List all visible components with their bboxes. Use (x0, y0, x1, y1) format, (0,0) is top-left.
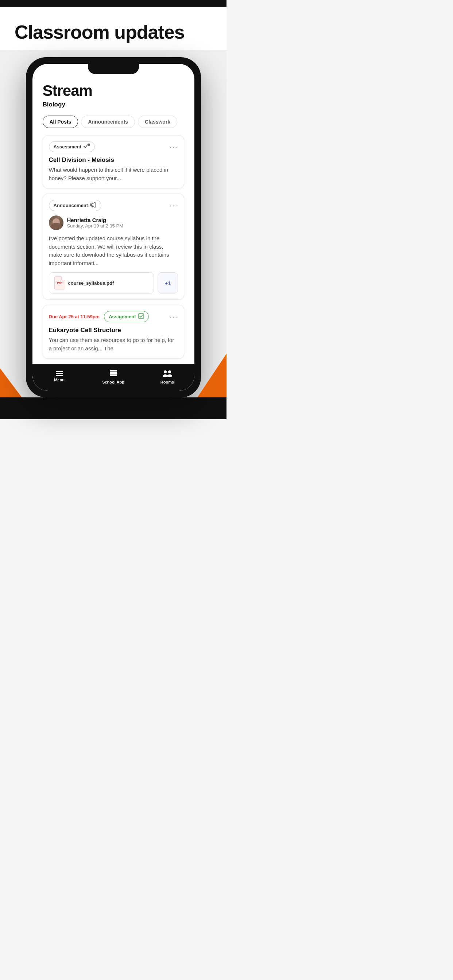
bottom-background (0, 398, 226, 419)
assignment-check-icon (138, 313, 144, 320)
author-row: Henrietta Craig Sunday, Apr 19 at 2:35 P… (49, 215, 178, 230)
phone-frame: Stream Biology All Posts Announcements C… (26, 57, 201, 398)
nav-menu-label: Menu (54, 378, 65, 382)
assessment-icon (83, 144, 90, 150)
assessment-badge: Assessment (49, 142, 95, 152)
announcement-icon (90, 202, 97, 209)
nav-menu[interactable]: Menu (32, 364, 86, 391)
stream-title: Stream (43, 82, 184, 100)
assessment-card: Assessment ··· C (43, 135, 184, 188)
tab-bar: All Posts Announcements Classwork (43, 116, 184, 128)
announcement-card: Announcement ··· (43, 194, 184, 300)
bottom-navigation: Menu School App (32, 364, 195, 391)
assignment-body: You can use them as resources to go to f… (49, 336, 178, 353)
pdf-filename: course_syllabus.pdf (68, 280, 114, 286)
phone-notch (88, 64, 139, 74)
assignment-header-left: Due Apr 25 at 11:59pm Assignment (49, 311, 149, 322)
assignment-title: Eukaryote Cell Structure (49, 327, 178, 334)
phone-mockup-wrapper: Stream Biology All Posts Announcements C… (0, 50, 226, 398)
assessment-card-header: Assessment ··· (49, 142, 178, 152)
due-date-badge: Due Apr 25 at 11:59pm (49, 314, 100, 320)
assignment-badge-label: Assignment (109, 314, 136, 320)
nav-rooms[interactable]: Rooms (140, 364, 195, 391)
assessment-more-button[interactable]: ··· (170, 143, 178, 151)
phone-screen: Stream Biology All Posts Announcements C… (32, 64, 195, 391)
nav-rooms-label: Rooms (161, 380, 174, 384)
page-title: Classroom updates (14, 22, 212, 43)
svg-rect-4 (110, 372, 117, 374)
menu-icon (56, 371, 63, 376)
author-info: Henrietta Craig Sunday, Apr 19 at 2:35 P… (67, 217, 123, 229)
svg-point-9 (167, 374, 172, 377)
announcement-more-button[interactable]: ··· (170, 201, 178, 210)
rooms-icon (162, 369, 172, 379)
assignment-card-header: Due Apr 25 at 11:59pm Assignment (49, 311, 178, 322)
assessment-badge-label: Assessment (54, 144, 82, 150)
assignment-more-button[interactable]: ··· (170, 312, 178, 321)
announcement-body: I've posted the updated course syllabus … (49, 234, 178, 267)
page-heading-section: Classroom updates (0, 7, 226, 50)
assessment-body: What would happen to this cell if it wer… (49, 166, 178, 182)
nav-school-app-label: School App (102, 380, 124, 384)
top-bar (0, 0, 226, 7)
attachments-row: PDF course_syllabus.pdf +1 (49, 272, 178, 293)
nav-school-app[interactable]: School App (86, 364, 140, 391)
avatar (49, 215, 64, 230)
avatar-image (49, 215, 64, 230)
author-name: Henrietta Craig (67, 217, 123, 223)
announcement-badge: Announcement (49, 200, 102, 211)
assignment-badge: Assignment (104, 311, 148, 322)
pdf-icon: PDF (54, 276, 65, 290)
assessment-title: Cell Division - Meiosis (49, 156, 178, 164)
tab-all-posts[interactable]: All Posts (43, 116, 78, 128)
author-date: Sunday, Apr 19 at 2:35 PM (67, 223, 123, 229)
assignment-card: Due Apr 25 at 11:59pm Assignment (43, 305, 184, 359)
svg-point-8 (163, 374, 168, 377)
pdf-attachment[interactable]: PDF course_syllabus.pdf (49, 272, 154, 293)
stream-header: Stream Biology (43, 82, 184, 108)
stream-subtitle: Biology (43, 101, 184, 108)
announcement-badge-label: Announcement (54, 203, 88, 208)
tab-announcements[interactable]: Announcements (81, 116, 135, 128)
tab-classwork[interactable]: Classwork (138, 116, 177, 128)
svg-point-6 (164, 371, 167, 373)
announcement-card-header: Announcement ··· (49, 200, 178, 211)
svg-point-7 (168, 371, 171, 373)
screen-content: Stream Biology All Posts Announcements C… (32, 64, 195, 364)
extra-files-button[interactable]: +1 (158, 272, 178, 293)
school-app-icon (109, 369, 118, 379)
svg-rect-5 (110, 370, 117, 372)
svg-rect-3 (110, 374, 117, 376)
